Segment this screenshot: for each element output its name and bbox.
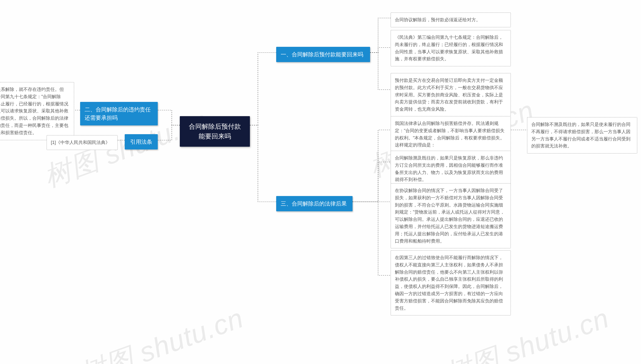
root-title: 合同解除后预付款能要回来吗 bbox=[189, 123, 241, 140]
leaf-text: 合同解除后，合同关系解除，就不存在违约责任。但《民法典》第三编合同第九十七条规定… bbox=[0, 87, 68, 135]
leaf-2-1[interactable]: 合同解除后，合同关系解除，就不存在违约责任。但《民法典》第三编合同第九十七条规定… bbox=[0, 82, 74, 140]
leaf-1-2[interactable]: 《民法典》第三编合同第九十七条规定：合同解除后，尚未履行的，终止履行；已经履行的… bbox=[391, 30, 511, 66]
leaf-text: 我国法律承认合同解除与损害赔偿并存。民法通则规定："合同的变更或者解除，不影响当… bbox=[395, 121, 505, 147]
root-node[interactable]: 合同解除后预付款能要回来吗 bbox=[180, 116, 250, 147]
branch-3-title: 三、合同解除后的法律后果 bbox=[281, 201, 347, 207]
leaf-text: 在因第三人的过错致使合同不能履行而解除的情况下，债权人不能直接向第三人主张权利，… bbox=[395, 255, 503, 311]
leaf-3-2[interactable]: 合同解除溯及既往的，如果只是恢复原状，那么非违约方订立合同所支出的费用，因相信合… bbox=[391, 151, 511, 187]
branch-1-title: 一、合同解除后预付款能要回来吗 bbox=[281, 51, 363, 58]
branch-1[interactable]: 一、合同解除后预付款能要回来吗 bbox=[276, 47, 370, 62]
mindmap-canvas: 树图 shutu.cn 树图 shutu.cn 树图 shutu.cn 树图 s… bbox=[0, 0, 641, 364]
leaf-text: 在协议解除合同的情况下，一方当事人因解除合同受了损失，如果获利的一方不赔偿对方当… bbox=[395, 188, 505, 244]
branch-3[interactable]: 三、合同解除后的法律后果 bbox=[276, 196, 353, 211]
leaf-1-3[interactable]: 预付款是买方在交易合同签订后即向卖方支付一定金额的预付款。此方式不利于买方，一般… bbox=[391, 73, 511, 117]
branch-2-title: 二、合同解除后的违约责任还需要承担吗 bbox=[85, 106, 151, 121]
leaf-3-1-sub[interactable]: 合同解除不溯及既往的，如果只是使未履行的合同不再履行，不得请求赔偿损害，那么一方… bbox=[527, 117, 637, 153]
leaf-cite-1[interactable]: [1]《中华人民共和国民法典》 bbox=[47, 135, 118, 150]
leaf-text: 预付款是买方在交易合同签订后即向卖方支付一定金额的预付款。此方式不利于买方，一般… bbox=[395, 78, 503, 112]
leaf-text: 合同解除溯及既往的，如果只是恢复原状，那么非违约方订立合同所支出的费用，因相信合… bbox=[395, 155, 503, 182]
watermark: 树图 shutu.cn bbox=[74, 300, 249, 364]
branch-cite-title: 引用法条 bbox=[130, 139, 152, 145]
leaf-text: 合同协议解除后，预付款必须返还给对方。 bbox=[395, 17, 480, 22]
branch-2[interactable]: 二、合同解除后的违约责任还需要承担吗 bbox=[80, 102, 158, 125]
leaf-text: 《民法典》第三编合同第九十七条规定：合同解除后，尚未履行的，终止履行；已经履行的… bbox=[395, 35, 503, 61]
leaf-3-4[interactable]: 在因第三人的过错致使合同不能履行而解除的情况下，债权人不能直接向第三人主张权利，… bbox=[391, 250, 511, 315]
leaf-1-1[interactable]: 合同协议解除后，预付款必须返还给对方。 bbox=[391, 13, 511, 27]
leaf-text: 合同解除不溯及既往的，如果只是使未履行的合同不再履行，不得请求赔偿损害，那么一方… bbox=[531, 122, 630, 148]
leaf-3-1[interactable]: 我国法律承认合同解除与损害赔偿并存。民法通则规定："合同的变更或者解除，不影响当… bbox=[391, 116, 511, 152]
leaf-3-3[interactable]: 在协议解除合同的情况下，一方当事人因解除合同受了损失，如果获利的一方不赔偿对方当… bbox=[391, 183, 511, 248]
leaf-text: [1]《中华人民共和国民法典》 bbox=[51, 140, 110, 145]
branch-cite[interactable]: 引用法条 bbox=[125, 134, 158, 149]
